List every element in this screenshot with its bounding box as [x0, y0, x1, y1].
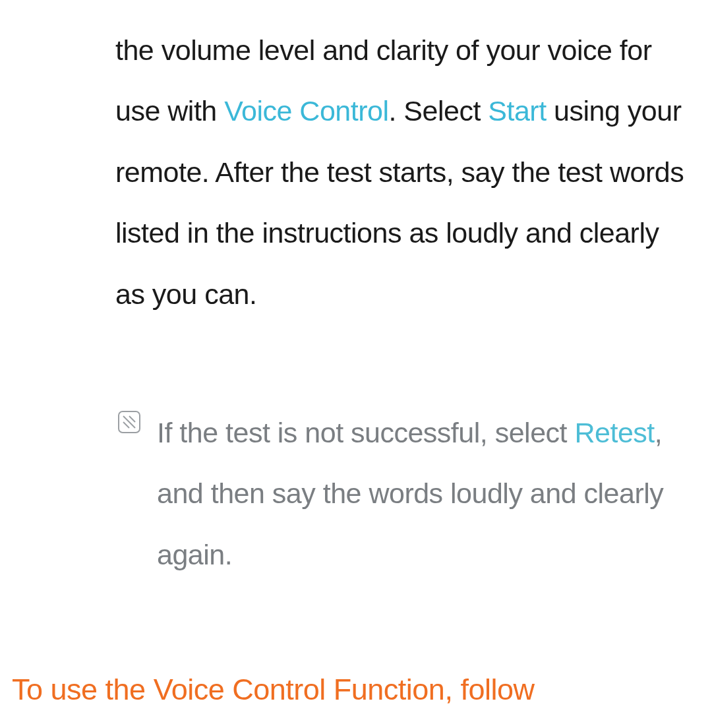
section-heading: To use the Voice Control Function, follo…: [12, 673, 534, 707]
main-text-segment-2: . Select: [388, 95, 488, 127]
note-text: If the test is not successful, select Re…: [157, 402, 691, 585]
retest-link: Retest: [574, 417, 654, 448]
svg-line-1: [123, 416, 135, 428]
note-text-segment-1: If the test is not successful, select: [157, 417, 574, 448]
svg-line-2: [123, 422, 129, 428]
main-text-segment-3: using your remote. After the test starts…: [115, 95, 684, 309]
note-icon: [117, 410, 141, 434]
start-link: Start: [488, 95, 546, 127]
main-instruction-text: the volume level and clarity of your voi…: [115, 20, 696, 324]
voice-control-link: Voice Control: [224, 95, 388, 127]
note-block: If the test is not successful, select Re…: [117, 402, 691, 585]
svg-line-3: [129, 416, 135, 422]
